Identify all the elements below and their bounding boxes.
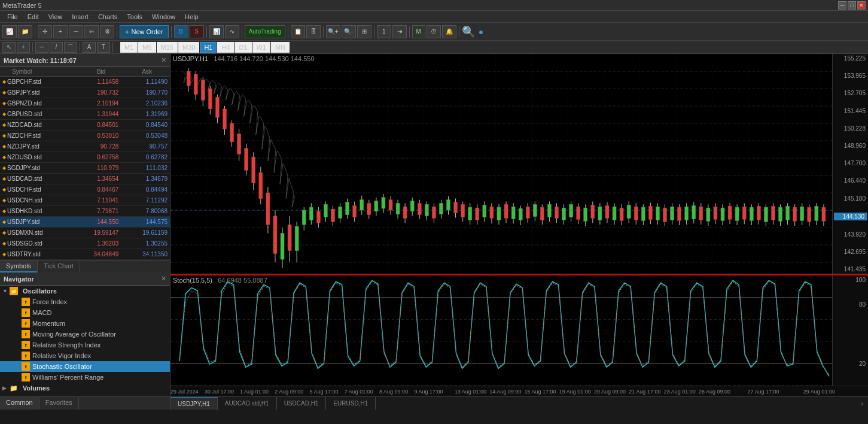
market-watch-row[interactable]: ◆ USDJPY.std 144.550 144.575	[0, 217, 170, 228]
tf-h4[interactable]: H4	[217, 42, 234, 53]
indicators-button[interactable]: ∿	[225, 25, 239, 38]
market-watch-row[interactable]: ◆ USDCAD.std 1.34654 1.34679	[0, 174, 170, 184]
account-icon[interactable]: ●	[479, 27, 483, 37]
crosshair-tool[interactable]: +	[17, 42, 30, 53]
toolbar-separator-4	[206, 26, 207, 38]
tf-mn[interactable]: MN	[271, 42, 290, 53]
text-tool[interactable]: A	[83, 42, 96, 53]
menu-edit[interactable]: Edit	[23, 12, 44, 22]
zoom-in-button[interactable]: +	[53, 25, 68, 38]
nav-section-item[interactable]: ▶ 📁 Volumes	[0, 383, 170, 393]
one-click-trading-button[interactable]: 1	[377, 25, 391, 38]
scroll-right-button[interactable]: ›	[856, 400, 868, 407]
indicator-label: MACD	[32, 309, 51, 316]
indicator-canvas[interactable]	[170, 275, 832, 386]
chart-tab-audcad[interactable]: AUDCAD.std,H1	[218, 397, 277, 410]
main-chart[interactable]: USDJPY,H1 144.716 144.720 144.530 144.55…	[170, 54, 868, 274]
new-chart-button[interactable]: 📈	[2, 25, 17, 38]
new-order-button[interactable]: + New Order	[120, 25, 169, 38]
chart-tab-usdcad[interactable]: USDCAD,H1	[277, 397, 327, 410]
search-icon[interactable]: 🔍	[462, 25, 475, 38]
menu-window[interactable]: Window	[147, 12, 180, 22]
menu-help[interactable]: Help	[180, 12, 203, 22]
nav-item-indicator[interactable]: f Relative Strength Index	[0, 340, 170, 350]
time-button[interactable]: ⏱	[427, 25, 441, 38]
alert-button[interactable]: 🔔	[442, 25, 456, 38]
title-bar-right[interactable]: ─ □ ✕	[838, 1, 866, 10]
close-button[interactable]: ✕	[857, 1, 866, 10]
depth-market-button[interactable]: M	[412, 25, 425, 38]
market-watch-row[interactable]: ◆ NZDUSD.std 0.62758 0.62782	[0, 152, 170, 163]
navigator-close[interactable]: ✕	[161, 275, 166, 283]
market-watch-row[interactable]: ◆ USDCHF.std 0.84467 0.84494	[0, 184, 170, 195]
nav-item-indicator[interactable]: f Williams' Percent Range	[0, 372, 170, 383]
auto-trading-button[interactable]: AutoTrading	[245, 25, 285, 38]
market-watch-row[interactable]: ◆ SGDJPY.std 110.979 111.032	[0, 163, 170, 174]
tab-symbols[interactable]: Symbols	[0, 261, 38, 272]
market-watch-row[interactable]: ◆ NZDJPY.std 90.728 90.757	[0, 141, 170, 152]
market-watch-row[interactable]: ◆ GBPCHF.std 1.11458 1.11490	[0, 77, 170, 87]
market-watch-close[interactable]: ✕	[161, 56, 166, 64]
tf-d1[interactable]: D1	[235, 42, 252, 53]
market-watch-row[interactable]: ◆ USDHKD.std 7.79871 7.80068	[0, 206, 170, 217]
zoom-chart-out[interactable]: 🔍-	[342, 25, 356, 38]
tf-m15[interactable]: M15	[157, 42, 178, 53]
minimize-button[interactable]: ─	[838, 1, 846, 10]
nav-item-indicator[interactable]: f Moving Average of Oscillator	[0, 329, 170, 340]
svg-rect-137	[627, 205, 631, 218]
nav-tab-common[interactable]: Common	[0, 397, 39, 410]
market-watch-row[interactable]: ◆ USDCNH.std 7.11041 7.11292	[0, 195, 170, 206]
tf-m5[interactable]: M5	[138, 42, 156, 53]
nav-item-indicator[interactable]: f Relative Vigor Index	[0, 350, 170, 361]
open-button[interactable]: 📁	[18, 25, 32, 38]
indicator-chart[interactable]: Stoch(15,5,5) 64.6948 55.0887	[170, 274, 868, 386]
grid-button[interactable]: ⊞	[357, 25, 371, 38]
market-watch-row[interactable]: ◆ GBPNZD.std 2.10194 2.10236	[0, 98, 170, 109]
tf-h1[interactable]: H1	[200, 42, 217, 53]
scroll-button[interactable]: ⇐	[84, 25, 99, 38]
crosshair-button[interactable]: ✛	[38, 25, 52, 38]
market-watch-row[interactable]: ◆ NZDCHF.std 0.53010 0.53048	[0, 131, 170, 141]
history-center-button[interactable]: 🗄	[306, 25, 321, 38]
properties-button[interactable]: ⚙	[100, 25, 114, 38]
market-watch-row[interactable]: ◆ USDTRY.std 34.04849 34.11350	[0, 249, 170, 260]
tf-m1[interactable]: M1	[120, 42, 138, 53]
show-history-button[interactable]: 📋	[291, 25, 305, 38]
nav-section-oscillators[interactable]: ▼ 📁 Oscillators	[0, 286, 170, 296]
menu-view[interactable]: View	[44, 12, 68, 22]
nav-item-indicator[interactable]: f Stochastic Oscillator	[0, 361, 170, 372]
market-watch-row[interactable]: ◆ USDSGD.std 1.30203 1.30255	[0, 238, 170, 249]
menu-charts[interactable]: Charts	[93, 12, 122, 22]
sell-button[interactable]: S	[190, 25, 204, 38]
col-ask: Ask	[124, 68, 170, 75]
zoom-out-button[interactable]: ─	[69, 25, 83, 38]
menu-file[interactable]: File	[2, 12, 23, 22]
bid-cell: 1.30203	[72, 240, 121, 247]
chart-shift-button[interactable]: ⇥	[392, 25, 407, 38]
nav-tab-favorites[interactable]: Favorites	[39, 397, 79, 410]
market-watch-row[interactable]: ◆ GBPJPY.std 190.732 190.770	[0, 87, 170, 98]
menu-insert[interactable]: Insert	[67, 12, 93, 22]
market-watch-row[interactable]: ◆ GBPUSD.std 1.31944 1.31969	[0, 109, 170, 120]
nav-item-indicator[interactable]: f Force Index	[0, 296, 170, 307]
chart-types-button[interactable]: 📊	[209, 25, 224, 38]
chart-tab-eurusd[interactable]: EURUSD,H1	[326, 397, 376, 410]
label-tool[interactable]: T	[97, 42, 110, 53]
market-watch-row[interactable]: ◆ USDMXN.std 19.59147 19.61159	[0, 228, 170, 238]
chart-tab-usdjpy[interactable]: USDJPY,H1	[170, 397, 218, 410]
angle-tool[interactable]: /	[50, 42, 63, 53]
nav-item-indicator[interactable]: f Momentum	[0, 318, 170, 329]
tf-m30[interactable]: M30	[178, 42, 199, 53]
line-tool[interactable]: ─	[35, 42, 48, 53]
market-watch-row[interactable]: ◆ NZDCAD.std 0.84501 0.84540	[0, 120, 170, 131]
zoom-chart-in[interactable]: 🔍+	[326, 25, 340, 38]
menu-tools[interactable]: Tools	[122, 12, 147, 22]
maximize-button[interactable]: □	[848, 1, 856, 10]
tf-w1[interactable]: W1	[252, 42, 271, 53]
buy-button[interactable]: B	[174, 25, 188, 38]
arc-tool[interactable]: ⌒	[64, 42, 77, 53]
tab-tick-chart[interactable]: Tick Chart	[38, 261, 80, 272]
main-chart-canvas[interactable]	[170, 54, 832, 274]
cursor-tool[interactable]: ↖	[2, 42, 16, 53]
nav-item-indicator[interactable]: f MACD	[0, 307, 170, 318]
